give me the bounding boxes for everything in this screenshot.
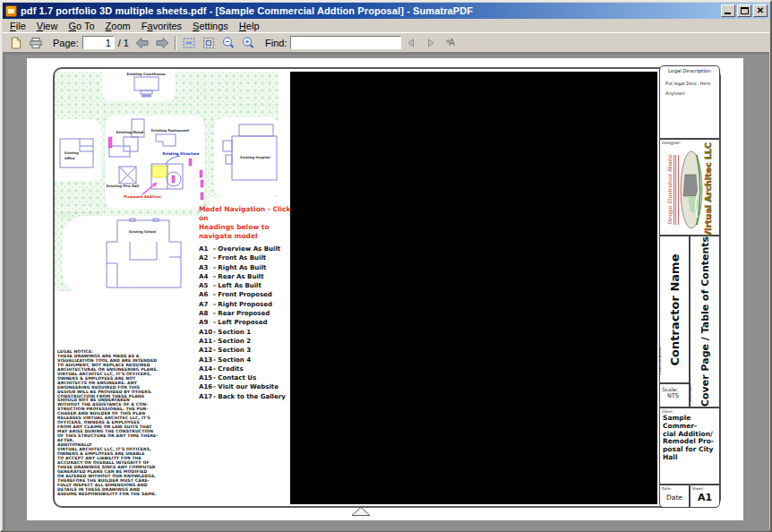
contractor-box: Contractor/Builder Contractor Name — [659, 236, 690, 383]
nav-link-a11[interactable]: A11- Section 2 — [199, 337, 299, 346]
client-box: Client: Sample Commer-cial Addition/Remo… — [659, 408, 720, 485]
toolbar-separator — [175, 36, 176, 50]
print-icon — [29, 36, 43, 50]
label-office-line2: Office — [64, 157, 75, 160]
window-title: pdf 1.7 portfolio 3D multiple sheets.pdf… — [21, 5, 721, 16]
label-office-line1: Existing — [64, 151, 79, 155]
nav-link-a13[interactable]: A13- Section 4 — [199, 356, 299, 365]
model-3d-viewport[interactable] — [290, 72, 657, 504]
nav-link-a3[interactable]: A3- Right As Built — [199, 263, 299, 272]
nav-link-a15[interactable]: A15- Contact Us — [199, 373, 299, 382]
client-name: Sample Commer-cial Addition/Remodel Pro-… — [660, 414, 719, 462]
label-proposed: Proposed Addition — [124, 194, 161, 199]
scale-label: Scale: — [660, 384, 689, 392]
nav-link-a2[interactable]: A2- Front As Built — [199, 253, 299, 262]
legal-description-header: Legal Description — [660, 66, 719, 73]
match-case-toggle[interactable]: ªA — [446, 38, 453, 47]
nav-link-a7[interactable]: A7- Right Proposed — [199, 300, 299, 309]
page-number-input[interactable] — [82, 36, 115, 49]
legal-description-line1: Put legal Desc. Here — [665, 81, 711, 86]
fit-width-icon — [182, 36, 196, 50]
legal-description-box: Legal Description Put legal Desc. Here A… — [659, 65, 720, 139]
next-page-button[interactable] — [152, 34, 172, 52]
label-school: Existing School — [129, 230, 156, 234]
open-button[interactable] — [6, 34, 26, 52]
model-navigation-heading-line: navigate model — [199, 232, 299, 241]
zoom-in-icon — [241, 36, 255, 50]
model-navigation-heading: Model Navigation - Click onHeadings belo… — [199, 205, 299, 241]
nav-link-a9[interactable]: A9- Left Proposed — [199, 318, 299, 327]
nav-link-a8[interactable]: A8- Rear Proposed — [199, 309, 299, 318]
find-previous-icon — [406, 37, 416, 49]
model-navigation: Model Navigation - Click onHeadings belo… — [199, 205, 299, 401]
nav-link-a12[interactable]: A12- Section 3 — [199, 346, 299, 355]
model-navigation-heading-line: Headings below to — [199, 223, 299, 232]
sheet-number-value: A1 — [691, 492, 719, 503]
minimize-icon — [725, 13, 731, 14]
fit-page-button[interactable] — [199, 34, 219, 52]
menu-favorites[interactable]: Favorites — [136, 20, 187, 32]
menu-zoom[interactable]: Zoom — [100, 20, 136, 32]
model-navigation-heading-line: Model Navigation - Click on — [199, 205, 299, 223]
maximize-button[interactable] — [737, 4, 751, 17]
sheet-title: Cover Page / Table of Contents — [699, 236, 711, 407]
sheet-title-box: Sheet Label Cover Page / Table of Conten… — [690, 236, 720, 408]
sumatrapdf-app-icon — [5, 5, 17, 17]
label-hospital: Existing Hospital — [240, 156, 270, 159]
sumatrapdf-window: pdf 1.7 portfolio 3D multiple sheets.pdf… — [0, 0, 772, 532]
menu-file[interactable]: File — [4, 20, 31, 32]
close-button[interactable]: ✕ — [753, 4, 768, 17]
contractor-side-label: Contractor/Builder — [658, 347, 662, 375]
page-total: / 1 — [118, 38, 129, 48]
client-name-line: Hall — [663, 454, 719, 462]
minimize-button[interactable] — [721, 4, 735, 17]
nav-link-a10[interactable]: A10- Section 1 — [199, 328, 299, 337]
designer-box: Designer: Design Illustration Studio Vir… — [659, 139, 720, 236]
date-label: Date: — [660, 485, 689, 491]
legal-description-line2: Anytown — [665, 90, 685, 96]
model-navigation-list: A1- Overview As BuiltA2- Front As BuiltA… — [199, 245, 299, 401]
find-next-button[interactable] — [421, 34, 441, 52]
label-structure: Existing Structure — [163, 151, 200, 156]
title-bar[interactable]: pdf 1.7 portfolio 3D multiple sheets.pdf… — [3, 3, 769, 19]
sheet-number-label: Sheet: — [691, 485, 719, 491]
sheet-number-box: Sheet: A1 — [690, 485, 720, 508]
legal-notice-line: ASSUME RESPONSIBILITY FOR THE SAME. — [57, 493, 163, 497]
menu-settings[interactable]: Settings — [187, 20, 234, 32]
previous-page-button[interactable] — [133, 34, 152, 52]
nav-link-a1[interactable]: A1- Overview As Built — [199, 245, 299, 253]
page-label: Page: — [53, 38, 79, 48]
date-box: Date: Date — [659, 485, 690, 508]
back-arrow-icon — [134, 37, 150, 49]
fit-page-icon — [202, 36, 216, 50]
zoom-in-button[interactable] — [238, 34, 258, 52]
forward-arrow-icon — [154, 37, 170, 49]
menu-help[interactable]: Help — [234, 20, 265, 32]
designer-logo: Design Illustration Studio Virtual Archi… — [663, 147, 716, 233]
designer-studio-name: Design Illustration Studio — [666, 155, 673, 225]
menu-go-to[interactable]: Go To — [63, 20, 99, 32]
fit-width-button[interactable] — [179, 34, 199, 52]
find-label: Find: — [265, 38, 287, 48]
designer-logo-oval — [680, 150, 703, 230]
scale-box: Scale: NTS — [659, 383, 690, 408]
nav-link-a14[interactable]: A14- Credits — [199, 365, 299, 373]
nav-link-a16[interactable]: A16- Visit our Website — [199, 382, 299, 391]
maximize-icon — [741, 7, 749, 14]
nav-link-a6[interactable]: A6- Front Proposed — [199, 290, 299, 299]
label-fire-hall: Existing Fire Hall — [107, 184, 139, 188]
zoom-out-button[interactable] — [219, 34, 238, 52]
label-courthouse: Existing Courthouse — [126, 72, 166, 76]
find-previous-button[interactable] — [401, 34, 421, 52]
nav-link-a17[interactable]: A17- Back to the Gallery — [199, 392, 299, 401]
menu-view[interactable]: View — [31, 20, 64, 32]
label-motel: Existing Motel — [116, 130, 144, 134]
find-input[interactable] — [290, 36, 401, 49]
label-restaurant: Existing Restaurant — [151, 128, 189, 133]
document-canvas[interactable]: Existing Courthouse Existing Office Exis… — [3, 52, 769, 531]
nav-link-a5[interactable]: A5- Left As Built — [199, 281, 299, 290]
designer-label: Designer: — [662, 141, 682, 145]
print-button[interactable] — [26, 34, 46, 52]
find-next-icon — [425, 37, 436, 49]
nav-link-a4[interactable]: A4- Rear As Built — [199, 272, 299, 281]
